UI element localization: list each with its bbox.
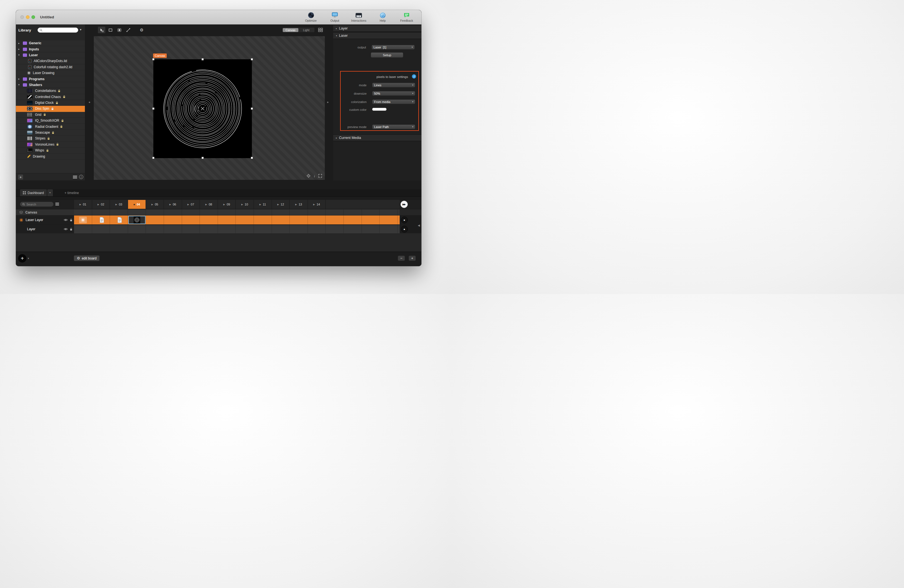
toolbar-interactions-button[interactable]: Interactions (347, 11, 370, 24)
library-item-shader[interactable]: Seascape (16, 130, 85, 136)
colorization-dropdown[interactable]: From media ▾ (372, 100, 415, 104)
left-splitter-handle[interactable] (89, 102, 90, 103)
library-item-ild-file[interactable]: Colorfull rotating dash2.ild (16, 64, 85, 70)
library-folder-generic[interactable]: ▸ Generic (16, 40, 85, 46)
library-search-input[interactable] (44, 28, 76, 32)
library-item-shader[interactable]: IQ_SmoothXOR (16, 118, 85, 123)
view-mode-light[interactable]: Light (299, 28, 314, 32)
selection-handle[interactable] (152, 58, 155, 60)
zoom-in-button[interactable]: + (409, 256, 416, 261)
rectangle-tool-button[interactable] (107, 27, 114, 33)
canvas-object[interactable]: Canvas (153, 59, 252, 158)
library-item-shader[interactable]: Grid (16, 112, 85, 118)
selection-handle[interactable] (152, 107, 155, 110)
layer-track-lane[interactable] (74, 225, 400, 233)
cue-07[interactable]: ▶07 (182, 200, 200, 209)
cue-01[interactable]: ▶01 (74, 200, 92, 209)
library-folder-programs[interactable]: ▸ Programs (16, 76, 85, 82)
zoom-out-button[interactable]: − (398, 256, 405, 261)
disclosure-triangle-icon[interactable]: ▸ (17, 48, 21, 51)
library-folder-inputs[interactable]: ▸ Inputs (16, 46, 85, 52)
library-item-shader[interactable]: Digital Clock (16, 100, 85, 106)
library-list-menu-icon[interactable] (73, 175, 77, 179)
selection-handle[interactable] (251, 107, 253, 110)
info-icon[interactable]: i (79, 175, 83, 179)
library-item-shader-selected[interactable]: Disc Spin (16, 106, 85, 112)
dashboard-search-field[interactable] (20, 202, 54, 207)
info-icon[interactable]: i (412, 74, 416, 79)
canvas-stage[interactable]: Canvas (94, 36, 325, 180)
toolbar-help-button[interactable]: Help (371, 11, 394, 24)
visibility-eye-icon[interactable] (64, 218, 68, 221)
clip-laser-drawing[interactable] (79, 217, 87, 223)
setup-button[interactable]: Setup (371, 52, 403, 58)
track-list-menu-icon[interactable] (55, 203, 59, 205)
layer-stop-button[interactable]: ■ (401, 226, 408, 232)
cue-12[interactable]: ▶12 (272, 200, 290, 209)
canvas-settings-button[interactable]: ⚙ (138, 27, 145, 33)
collapse-panel-icon[interactable]: ◀ (418, 224, 420, 227)
toolbar-optimize-button[interactable]: Optimize (299, 11, 322, 24)
library-item-shader[interactable]: Controlled Chaos (16, 94, 85, 100)
section-layer[interactable]: ▸ Layer (333, 25, 421, 32)
fit-down-icon[interactable]: ↓ (314, 174, 316, 178)
mode-dropdown[interactable]: Lines ▾ (372, 83, 415, 87)
preview-mode-dropdown[interactable]: Laser Path ▾ (372, 125, 415, 129)
clip-ild-file[interactable] (98, 217, 106, 223)
section-laser[interactable]: ▾ Laser (333, 32, 421, 39)
clip-disc-spin-selected[interactable] (128, 216, 145, 224)
edit-board-button[interactable]: ⚙ edit board (74, 255, 100, 261)
library-folder-shaders[interactable]: ▾ Shaders (16, 82, 85, 88)
downsize-dropdown[interactable]: 50% ▾ (372, 91, 415, 96)
cue-04-active[interactable]: ■04 (128, 200, 146, 209)
library-item-shader[interactable]: VoronoiLines (16, 142, 85, 147)
cue-13[interactable]: ▶13 (290, 200, 308, 209)
disclosure-triangle-icon[interactable]: ▸ (17, 77, 21, 80)
laser-layer-track-lane[interactable] (74, 215, 400, 224)
cue-08[interactable]: ▶08 (200, 200, 218, 209)
selection-handle[interactable] (202, 58, 204, 60)
window-close-button[interactable] (20, 15, 24, 19)
autoplay-button[interactable]: ▶▶ (400, 201, 408, 208)
lock-icon[interactable] (70, 218, 73, 221)
window-zoom-button[interactable] (32, 15, 35, 19)
tab-menu-caret[interactable]: ▼ (47, 189, 53, 196)
selection-handle[interactable] (251, 58, 253, 60)
cue-11[interactable]: ▶11 (254, 200, 272, 209)
lock-icon[interactable] (70, 228, 73, 231)
library-item-shader[interactable]: Constellations (16, 88, 85, 94)
disclosure-triangle-icon[interactable]: ▸ (17, 42, 21, 44)
cue-02[interactable]: ▶02 (92, 200, 110, 209)
tab-dashboard[interactable]: Dashboard (20, 189, 47, 196)
add-timeline-button[interactable]: + timeline (65, 191, 79, 195)
group-track-lane[interactable] (74, 209, 400, 215)
visibility-eye-icon[interactable] (64, 228, 68, 231)
cue-10[interactable]: ▶10 (236, 200, 254, 209)
library-item-drawing[interactable]: Drawing (16, 153, 85, 159)
disclosure-triangle-icon[interactable]: ▾ (17, 84, 21, 86)
line-tool-button[interactable] (125, 27, 132, 33)
library-item-shader[interactable]: Stripes (16, 136, 85, 141)
cue-09[interactable]: ▶09 (218, 200, 236, 209)
library-add-button[interactable]: + (18, 175, 23, 180)
laser-layer-track-header[interactable]: Laser Layer (16, 215, 74, 224)
library-item-shader[interactable]: Wisps (16, 147, 85, 153)
custom-color-swatch[interactable] (372, 108, 387, 111)
center-view-icon[interactable] (307, 174, 311, 178)
selection-handle[interactable] (251, 157, 253, 159)
group-track-header[interactable]: Canvas (16, 209, 74, 215)
output-dropdown[interactable]: Laser [1] ▾ (371, 45, 415, 49)
toolbar-feedback-button[interactable]: Feedback (395, 11, 418, 24)
dashboard-search-input[interactable] (27, 203, 51, 206)
selection-handle[interactable] (202, 157, 204, 159)
library-item-ild-file[interactable]: AllColorsSharpDots.ild (16, 58, 85, 64)
clip-ild-file[interactable] (116, 217, 123, 223)
section-current-media[interactable]: ▸ Current Media (333, 134, 421, 141)
laser-layer-stop-button[interactable]: ■ (401, 217, 408, 223)
select-tool-button[interactable] (98, 27, 106, 33)
right-splitter-handle[interactable] (327, 102, 329, 103)
cue-03[interactable]: ▶03 (110, 200, 128, 209)
cue-05[interactable]: ▶05 (146, 200, 164, 209)
library-search-field[interactable] (38, 28, 78, 33)
library-item-laser-drawing[interactable]: Laser Drawing (16, 70, 85, 76)
